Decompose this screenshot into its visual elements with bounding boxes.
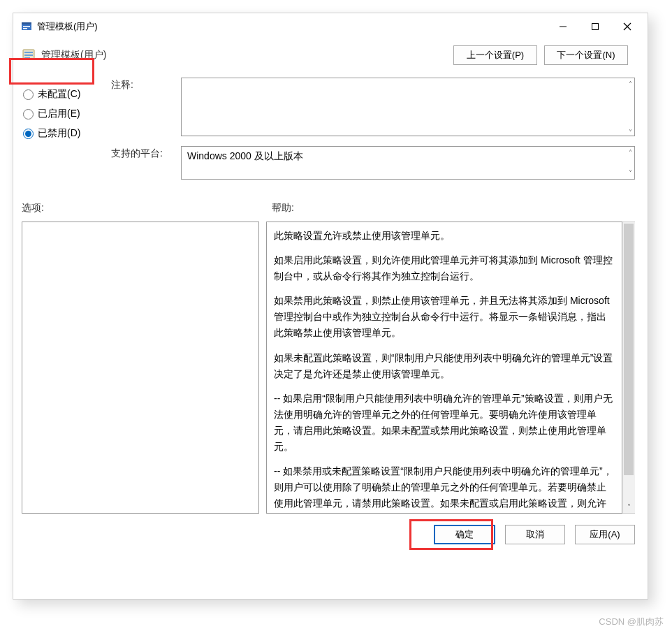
next-setting-button[interactable]: 下一个设置(N) (544, 45, 628, 65)
window-title: 管理模板(用户) (37, 20, 98, 33)
help-text: 如果未配置此策略设置，则“限制用户只能使用列表中明确允许的管理单元”设置决定了是… (274, 350, 615, 382)
apply-button[interactable]: 应用(A) (575, 525, 635, 544)
ok-button[interactable]: 确定 (434, 525, 495, 544)
dialog-window: 管理模板(用户) 管理模板(用户) 上一个设置(P) 下一个设置(N) 未配置(… (13, 13, 648, 600)
help-text: 如果启用此策略设置，则允许使用此管理单元并可将其添加到 Microsoft 管理… (274, 252, 615, 284)
radio-disabled[interactable]: 已禁用(D) (22, 126, 111, 140)
platform-box: Windows 2000 及以上版本 (181, 146, 635, 180)
help-text: 此策略设置允许或禁止使用该管理单元。 (274, 228, 615, 244)
scrollbar-thumb[interactable] (624, 224, 634, 475)
svg-rect-3 (23, 28, 27, 29)
maximize-button[interactable] (579, 15, 611, 38)
radio-enabled[interactable]: 已启用(E) (22, 107, 111, 121)
comment-label: 注释: (111, 78, 181, 139)
prev-setting-button[interactable]: 上一个设置(P) (453, 45, 537, 65)
svg-rect-2 (23, 26, 30, 27)
scroll-up-icon: ˄ (629, 149, 632, 157)
scroll-down-icon: ˅ (629, 129, 632, 136)
chevron-down-icon[interactable]: ˅ (622, 500, 635, 513)
help-text: 如果禁用此策略设置，则禁止使用该管理单元，并且无法将其添加到 Microsoft… (274, 293, 615, 341)
options-label: 选项: (22, 202, 272, 215)
svg-rect-9 (24, 52, 33, 53)
radio-label: 已禁用(D) (38, 127, 80, 140)
svg-line-7 (624, 23, 631, 30)
cancel-button[interactable]: 取消 (505, 525, 565, 544)
svg-rect-5 (592, 24, 599, 30)
svg-rect-10 (24, 55, 33, 56)
title-bar[interactable]: 管理模板(用户) (13, 13, 648, 40)
help-pane: 此策略设置允许或禁止使用该管理单元。 如果启用此策略设置，则允许使用此管理单元并… (266, 222, 622, 514)
scroll-down-icon: ˅ (629, 169, 632, 177)
radio-label: 未配置(C) (38, 88, 80, 101)
comment-textarea[interactable] (181, 78, 635, 136)
app-icon (20, 20, 33, 33)
svg-line-6 (624, 23, 631, 30)
close-button[interactable] (611, 15, 643, 38)
help-text: -- 如果禁用或未配置策略设置“限制用户只能使用列表中明确允许的管理单元”，则用… (274, 463, 615, 514)
radio-label: 已启用(E) (38, 108, 80, 120)
platform-label: 支持的平台: (111, 146, 181, 180)
scroll-up-icon: ˄ (629, 80, 632, 88)
radio-not-configured[interactable]: 未配置(C) (22, 87, 111, 101)
options-pane (22, 222, 259, 514)
help-scrollbar[interactable]: ˅ (622, 222, 635, 514)
minimize-button[interactable] (547, 15, 579, 38)
policy-icon (22, 48, 36, 62)
radio-input-disabled[interactable] (23, 129, 34, 139)
svg-rect-11 (24, 57, 30, 59)
header-caption: 管理模板(用户) (41, 49, 106, 61)
help-label: 帮助: (272, 202, 294, 215)
help-text: -- 如果启用“限制用户只能使用列表中明确允许的管理单元”策略设置，则用户无法使… (274, 391, 615, 455)
watermark-text: CSDN @肌肉苏 (599, 616, 664, 628)
svg-rect-1 (22, 22, 31, 24)
radio-input-not-configured[interactable] (23, 89, 34, 100)
radio-input-enabled[interactable] (23, 109, 34, 119)
